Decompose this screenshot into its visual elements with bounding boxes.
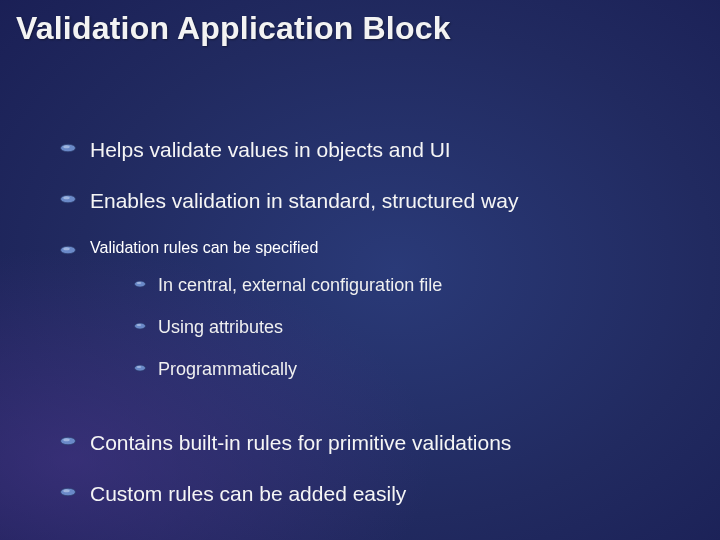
list-item-text: Custom rules can be added easily: [90, 481, 406, 506]
list-item-body: Validation rules can be specified In cen…: [90, 239, 442, 404]
svg-point-13: [63, 438, 69, 441]
bullet-icon: [60, 487, 76, 497]
list-item: In central, external configuration file: [134, 275, 442, 297]
bullet-icon: [134, 280, 146, 288]
list-item-text: Contains built-in rules for primitive va…: [90, 430, 511, 455]
slide-content: Helps validate values in objects and UI …: [0, 47, 720, 507]
svg-point-3: [63, 196, 69, 199]
bullet-list: Helps validate values in objects and UI …: [60, 137, 690, 507]
svg-point-10: [135, 365, 146, 371]
list-item-text: Validation rules can be specified: [90, 239, 318, 256]
svg-point-11: [137, 365, 142, 367]
list-item-text: In central, external configuration file: [158, 275, 442, 297]
svg-point-6: [135, 281, 146, 287]
bullet-icon: [60, 194, 76, 204]
bullet-icon: [60, 143, 76, 153]
slide-title: Validation Application Block: [0, 0, 720, 47]
list-item: Programmatically: [134, 359, 442, 381]
list-item: Using attributes: [134, 317, 442, 339]
list-item-text: Using attributes: [158, 317, 283, 339]
list-item: Validation rules can be specified In cen…: [60, 239, 690, 404]
list-item-text: Enables validation in standard, structur…: [90, 188, 518, 213]
sub-bullet-list: In central, external configuration file …: [90, 257, 442, 404]
bullet-icon: [60, 436, 76, 446]
list-item-text: Helps validate values in objects and UI: [90, 137, 451, 162]
bullet-icon: [60, 245, 76, 255]
bullet-icon: [134, 364, 146, 372]
list-item-text: Programmatically: [158, 359, 297, 381]
list-item: Helps validate values in objects and UI: [60, 137, 690, 162]
svg-point-1: [63, 145, 69, 148]
list-item: Custom rules can be added easily: [60, 481, 690, 506]
bullet-icon: [134, 322, 146, 330]
svg-point-7: [137, 282, 142, 284]
svg-point-9: [137, 324, 142, 326]
svg-point-15: [63, 490, 69, 493]
list-item: Contains built-in rules for primitive va…: [60, 430, 690, 455]
list-item: Enables validation in standard, structur…: [60, 188, 690, 213]
slide: Validation Application Block Helps valid…: [0, 0, 720, 540]
svg-point-8: [135, 323, 146, 329]
svg-point-5: [63, 248, 69, 251]
